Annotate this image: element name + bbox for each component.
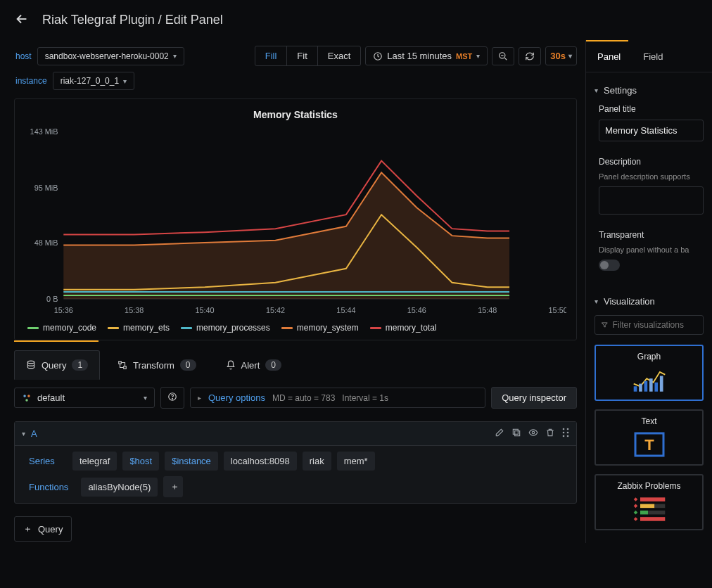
viz-zabbix[interactable]: Zabbix Problems: [595, 474, 704, 530]
legend-swatch: [181, 327, 192, 329]
add-query-button[interactable]: ＋ Query: [14, 516, 72, 542]
series-segment[interactable]: mem*: [337, 452, 375, 471]
timezone-badge: MST: [456, 52, 472, 60]
add-function-button[interactable]: ＋: [163, 476, 183, 497]
var-host-select[interactable]: sandbox-webserver-heroku-0002 ▾: [37, 47, 184, 65]
viz-graph[interactable]: Graph: [595, 345, 704, 401]
svg-rect-34: [644, 381, 647, 392]
chevron-down-icon[interactable]: ▾: [22, 430, 25, 437]
function-segment[interactable]: aliasByNode(5): [81, 478, 158, 497]
clock-icon: [373, 51, 383, 61]
tab-query[interactable]: Query 1: [14, 350, 100, 380]
svg-rect-33: [639, 384, 642, 392]
viz-text[interactable]: Text T: [595, 409, 704, 466]
svg-text:143 MiB: 143 MiB: [30, 127, 58, 136]
svg-rect-41: [640, 504, 654, 509]
drag-handle-icon[interactable]: [562, 428, 569, 440]
legend-swatch: [281, 327, 293, 329]
chevron-down-icon: ▾: [144, 394, 147, 402]
svg-point-28: [563, 432, 565, 434]
query-ref-id: A: [31, 428, 37, 439]
chevron-down-icon: ▾: [173, 52, 177, 60]
query-options[interactable]: ▸ Query options MD = auto = 783 Interval…: [190, 388, 485, 408]
series-segment[interactable]: $host: [122, 452, 159, 471]
trash-icon[interactable]: [545, 428, 555, 440]
transparent-toggle[interactable]: [599, 260, 620, 271]
panel-title-label: Panel title: [599, 104, 704, 114]
eye-icon[interactable]: [528, 428, 538, 440]
database-icon: [26, 360, 36, 370]
legend-swatch: [108, 327, 119, 329]
time-range-picker[interactable]: Last 15 minutes MST ▾: [365, 46, 488, 65]
var-instance-select[interactable]: riak-127_0_0_1 ▾: [53, 72, 134, 90]
series-segment[interactable]: $instance: [165, 452, 218, 471]
refresh-button[interactable]: [519, 47, 541, 65]
fill-button[interactable]: Fill: [255, 46, 288, 65]
zabbix-icon: [631, 497, 668, 522]
svg-text:15:42: 15:42: [266, 306, 285, 314]
datasource-help-button[interactable]: [160, 387, 184, 409]
chart-canvas[interactable]: 0 B48 MiB95 MiB143 MiB15:3615:3815:4015:…: [25, 127, 566, 317]
viz-graph-label: Graph: [637, 352, 661, 362]
series-segment[interactable]: telegraf: [72, 452, 117, 471]
tab-alert-label: Alert: [241, 360, 260, 371]
legend-label: memory_processes: [196, 323, 270, 333]
series-segment[interactable]: localhost:8098: [224, 452, 297, 471]
legend-item[interactable]: memory_system: [281, 323, 359, 333]
viz-filter[interactable]: [595, 315, 704, 335]
copy-icon[interactable]: [511, 428, 521, 440]
section-visualization[interactable]: ▾ Visualization: [586, 290, 712, 312]
svg-point-19: [27, 395, 30, 397]
viz-text-label: Text: [641, 416, 656, 426]
description-hint: Panel description supports: [599, 172, 704, 181]
bell-icon: [226, 360, 236, 370]
query-inspector-button[interactable]: Query inspector: [491, 387, 577, 409]
legend-swatch: [370, 327, 381, 329]
legend-item[interactable]: memory_code: [27, 323, 96, 333]
zoom-out-button[interactable]: [492, 47, 514, 65]
svg-point-26: [563, 428, 565, 430]
sidetab-panel[interactable]: Panel: [586, 41, 632, 72]
sidetab-field[interactable]: Field: [632, 41, 674, 72]
fit-button[interactable]: Fit: [287, 46, 317, 65]
svg-text:48 MiB: 48 MiB: [34, 238, 58, 247]
svg-text:15:38: 15:38: [125, 306, 144, 314]
scale-mode-group: Fill Fit Exact: [255, 46, 362, 66]
panel-title-input[interactable]: [599, 120, 704, 141]
legend-item[interactable]: memory_total: [370, 323, 437, 333]
exact-button[interactable]: Exact: [318, 46, 361, 65]
svg-rect-24: [513, 429, 518, 434]
svg-point-25: [532, 431, 535, 434]
add-query-label: Query: [38, 524, 63, 535]
tab-transform[interactable]: Transform 0: [106, 350, 208, 380]
svg-point-15: [27, 361, 34, 364]
legend-label: memory_code: [43, 323, 96, 333]
legend-item[interactable]: memory_ets: [108, 323, 170, 333]
refresh-rate-select[interactable]: 30s ▾: [545, 46, 577, 65]
viz-filter-input[interactable]: [613, 320, 697, 330]
chart-title: Memory Statistics: [25, 106, 566, 127]
refresh-icon: [525, 51, 535, 61]
back-arrow-icon[interactable]: [14, 11, 30, 29]
svg-rect-36: [654, 383, 658, 392]
datasource-name: default: [37, 392, 65, 403]
svg-text:95 MiB: 95 MiB: [34, 184, 58, 192]
svg-rect-35: [649, 378, 653, 392]
datasource-select[interactable]: default ▾: [14, 388, 155, 408]
chevron-down-icon: ▾: [595, 298, 598, 305]
var-host-value: sandbox-webserver-heroku-0002: [45, 51, 169, 61]
description-input[interactable]: [599, 186, 704, 215]
query-row: ▾ A Series telegraf $host $instance: [14, 421, 577, 504]
functions-label: Functions: [22, 478, 75, 497]
tab-transform-count: 0: [180, 359, 196, 371]
legend-item[interactable]: memory_processes: [181, 323, 270, 333]
svg-text:15:40: 15:40: [196, 306, 215, 314]
series-segment[interactable]: riak: [303, 452, 331, 471]
description-label: Description: [599, 157, 704, 167]
time-range-label: Last 15 minutes: [387, 51, 452, 61]
svg-text:0 B: 0 B: [46, 295, 58, 303]
section-settings[interactable]: ▾ Settings: [586, 79, 712, 101]
edit-icon[interactable]: [495, 428, 504, 440]
panel-preview: Memory Statistics 0 B48 MiB95 MiB143 MiB…: [14, 98, 577, 340]
tab-alert[interactable]: Alert 0: [214, 350, 293, 380]
